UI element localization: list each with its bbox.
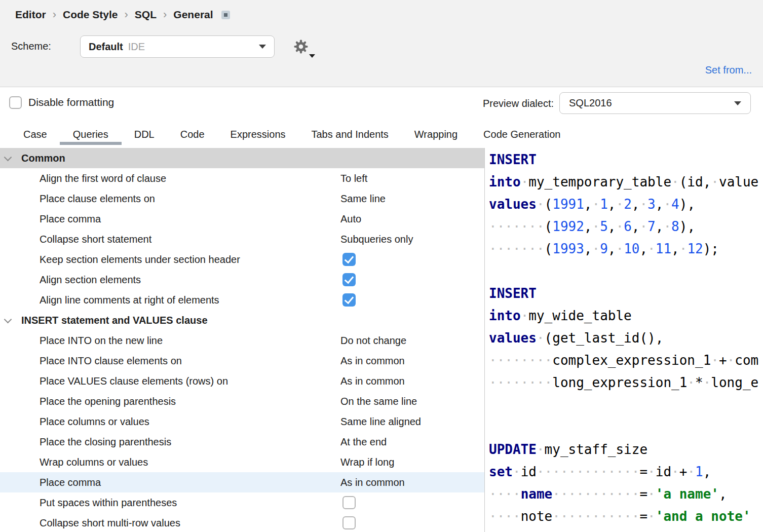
setting-row[interactable]: Place clause elements onSame line [0, 188, 484, 209]
setting-checkbox[interactable] [342, 516, 356, 529]
whitespace-dots: ···· [489, 486, 521, 502]
tab-expressions[interactable]: Expressions [231, 129, 286, 140]
tab-code[interactable]: Code [180, 129, 205, 140]
code-token: ); [703, 241, 719, 256]
setting-value-dropdown[interactable]: As in common [340, 477, 405, 488]
code-token: 10 [624, 241, 639, 256]
whitespace-dots: · [663, 219, 671, 234]
setting-value-dropdown[interactable]: On the same line [340, 396, 417, 407]
preview-dialect-label: Preview dialect: [436, 98, 554, 109]
setting-row[interactable]: Place commaAuto [0, 209, 484, 229]
preview-dialect-dropdown[interactable]: SQL2016 [559, 92, 751, 114]
setting-value-dropdown[interactable]: Same line [340, 193, 386, 205]
setting-row[interactable]: Place the closing parenthesisAt the end [0, 432, 484, 452]
code-token: = [639, 509, 647, 524]
window-icon [221, 11, 230, 19]
code-token: ( [545, 241, 553, 256]
code-token: 7 [647, 219, 656, 234]
code-token: values [489, 330, 537, 346]
breadcrumb-item-code-style[interactable]: Code Style [63, 9, 118, 21]
code-line: values·(1991,·1,·2,·3,·4), [489, 193, 763, 215]
setting-row[interactable]: Put spaces within parentheses [0, 492, 484, 513]
setting-label: Place the opening parenthesis [40, 396, 176, 407]
setting-row[interactable]: Align the first word of clauseTo left [0, 168, 484, 188]
code-token: 2 [624, 197, 632, 212]
setting-row[interactable]: Place the opening parenthesisOn the same… [0, 391, 484, 411]
set-from-link[interactable]: Set from... [705, 64, 752, 76]
chevron-down-icon[interactable] [4, 316, 12, 324]
breadcrumb-item-editor[interactable]: Editor [15, 9, 46, 21]
setting-row[interactable]: Wrap columns or valuesWrap if long [0, 452, 484, 472]
setting-label: Collapse short statement [40, 234, 151, 245]
setting-checkbox[interactable] [342, 273, 356, 286]
code-token: , [632, 219, 640, 234]
setting-row[interactable]: Place INTO on the new lineDo not change [0, 330, 484, 351]
setting-value-dropdown[interactable]: As in common [340, 355, 405, 367]
setting-value-dropdown[interactable]: As in common [340, 375, 405, 387]
code-token: ), [679, 197, 695, 212]
whitespace-dots: · [639, 219, 647, 234]
setting-row[interactable]: Place VALUES clause elements (rows) onAs… [0, 371, 484, 391]
code-line: into·my_wide_table [489, 305, 763, 327]
tab-code-generation[interactable]: Code Generation [483, 129, 560, 140]
setting-value-dropdown[interactable]: Same line aligned [340, 416, 421, 428]
breadcrumb-separator: › [163, 8, 167, 21]
scheme-dropdown[interactable]: Default IDE [80, 35, 275, 58]
setting-row[interactable]: Align section elements [0, 270, 484, 290]
chevron-down-icon[interactable] [4, 154, 12, 162]
code-preview-panel[interactable]: INSERTinto·my_temporary_table·(id,·value… [484, 148, 763, 532]
code-token: = [639, 486, 647, 502]
setting-label: Put spaces within parentheses [40, 497, 177, 509]
scheme-badge: IDE [128, 41, 259, 53]
setting-row[interactable]: Keep section elements under section head… [0, 249, 484, 270]
breadcrumb-separator: › [125, 8, 128, 21]
code-token: INSERT [489, 152, 537, 167]
setting-row[interactable]: Place commaAs in common [0, 472, 484, 492]
setting-label: Place comma [40, 477, 101, 488]
breadcrumb-item-sql[interactable]: SQL [135, 9, 157, 21]
tab-tabs-and-indents[interactable]: Tabs and Indents [312, 129, 389, 140]
setting-value-dropdown[interactable]: To left [340, 173, 367, 184]
whitespace-dots: · [592, 197, 600, 212]
setting-row[interactable]: Collapse short multi-row values [0, 513, 484, 532]
code-line [489, 260, 763, 282]
code-line: ········long_expression_1·*·long_e [489, 371, 763, 394]
whitespace-dots: · [687, 375, 695, 390]
tab-wrapping[interactable]: Wrapping [414, 129, 457, 140]
code-token: 9 [600, 241, 608, 256]
code-token: (get_last_id(), [545, 330, 664, 346]
setting-value-dropdown[interactable]: Subqueries only [340, 234, 413, 245]
disable-formatting-checkbox[interactable] [9, 96, 22, 109]
tab-queries[interactable]: Queries [73, 129, 108, 140]
code-token: id [521, 464, 537, 479]
code-token: 1991 [552, 197, 584, 212]
code-token: , [719, 486, 727, 502]
setting-row[interactable]: Align line comments at right of elements [0, 290, 484, 310]
code-token: complex_expression_1 [552, 353, 711, 368]
setting-value-dropdown[interactable]: Auto [340, 213, 361, 225]
setting-checkbox[interactable] [342, 253, 356, 266]
whitespace-dots: · [639, 197, 647, 212]
setting-row[interactable]: Collapse short statementSubqueries only [0, 229, 484, 249]
breadcrumb-item-general[interactable]: General [173, 9, 213, 21]
code-token: 4 [671, 197, 679, 212]
setting-checkbox[interactable] [342, 293, 356, 307]
code-token: my_temporary_table [528, 174, 671, 189]
code-preview: INSERTinto·my_temporary_table·(id,·value… [485, 148, 763, 527]
tab-case[interactable]: Case [23, 129, 47, 140]
scheme-actions-button[interactable] [292, 37, 312, 58]
setting-label: Place INTO on the new line [40, 335, 163, 347]
setting-value-dropdown[interactable]: Wrap if long [340, 457, 394, 468]
setting-row[interactable]: Place INTO clause elements onAs in commo… [0, 351, 484, 371]
code-line: set·id·············=·id·+·1, [489, 461, 763, 483]
setting-value-dropdown[interactable]: At the end [340, 436, 387, 448]
section-header-row[interactable]: Common [0, 148, 484, 168]
tab-ddl[interactable]: DDL [134, 129, 155, 140]
setting-row[interactable]: Place columns or valuesSame line aligned [0, 411, 484, 432]
section-header-row[interactable]: INSERT statement and VALUES clause [0, 310, 484, 330]
setting-value-dropdown[interactable]: Do not change [340, 335, 406, 347]
setting-checkbox[interactable] [342, 496, 356, 509]
whitespace-dots: · [592, 241, 600, 256]
chevron-down-icon [309, 54, 315, 58]
whitespace-dots: ··········· [552, 486, 639, 502]
